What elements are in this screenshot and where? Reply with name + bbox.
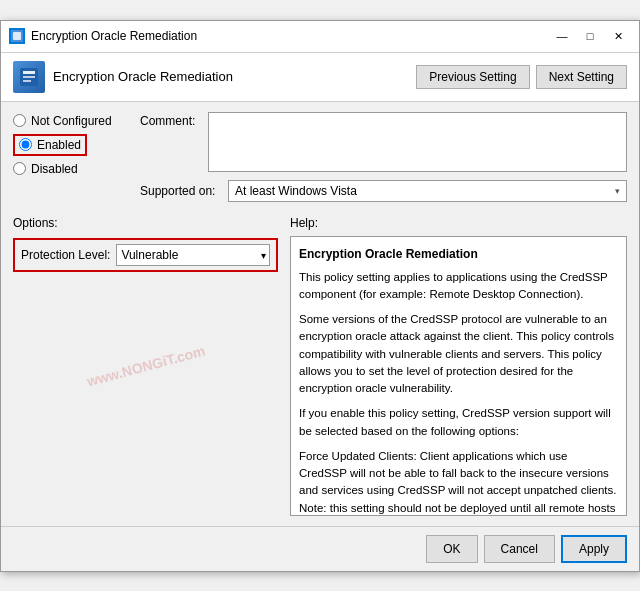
comment-label: Comment: — [140, 112, 200, 128]
supported-label: Supported on: — [140, 184, 220, 198]
watermark-text: www.NONGiT.com — [85, 342, 207, 389]
header-section: Encryption Oracle Remediation Previous S… — [1, 53, 639, 102]
not-configured-radio[interactable] — [13, 114, 26, 127]
right-panel: Comment: Supported on: At least Windows … — [140, 112, 627, 202]
left-panel: Not Configured Enabled Disabled — [13, 112, 128, 202]
help-para-3: If you enable this policy setting, CredS… — [299, 405, 618, 440]
comment-section: Comment: — [140, 112, 627, 172]
enabled-label: Enabled — [37, 138, 81, 152]
next-setting-button[interactable]: Next Setting — [536, 65, 627, 89]
protection-level-select[interactable]: Force Updated Clients Mitigated Vulnerab… — [116, 244, 270, 266]
options-title: Options: — [13, 216, 278, 230]
radio-group: Not Configured Enabled Disabled — [13, 114, 128, 176]
header-title: Encryption Oracle Remediation — [53, 69, 233, 84]
svg-rect-1 — [13, 32, 21, 40]
ok-button[interactable]: OK — [426, 535, 477, 563]
help-para-2: Some versions of the CredSSP protocol ar… — [299, 311, 618, 397]
cancel-button[interactable]: Cancel — [484, 535, 555, 563]
help-panel: Help: Encryption Oracle Remediation This… — [290, 216, 627, 516]
window-title: Encryption Oracle Remediation — [31, 29, 549, 43]
main-content: Not Configured Enabled Disabled Comment: — [1, 102, 639, 212]
enabled-option[interactable]: Enabled — [13, 134, 128, 156]
previous-setting-button[interactable]: Previous Setting — [416, 65, 529, 89]
header-buttons: Previous Setting Next Setting — [416, 65, 627, 89]
apply-button[interactable]: Apply — [561, 535, 627, 563]
protection-select-wrapper[interactable]: Force Updated Clients Mitigated Vulnerab… — [116, 244, 270, 266]
protection-level-row: Protection Level: Force Updated Clients … — [13, 238, 278, 272]
footer: OK Cancel Apply — [1, 526, 639, 571]
lower-area: Options: Protection Level: Force Updated… — [1, 216, 639, 526]
not-configured-label: Not Configured — [31, 114, 112, 128]
help-para-4: Force Updated Clients: Client applicatio… — [299, 448, 618, 516]
window-controls: — □ ✕ — [549, 26, 631, 46]
svg-rect-5 — [23, 80, 31, 82]
help-title: Help: — [290, 216, 627, 230]
help-para-1: This policy setting applies to applicati… — [299, 269, 618, 304]
supported-value-box: At least Windows Vista ▾ — [228, 180, 627, 202]
maximize-button[interactable]: □ — [577, 26, 603, 46]
protection-level-label: Protection Level: — [21, 248, 110, 262]
policy-icon — [13, 61, 45, 93]
window-icon — [9, 28, 25, 44]
not-configured-option[interactable]: Not Configured — [13, 114, 128, 128]
header-left: Encryption Oracle Remediation — [13, 61, 233, 93]
disabled-label: Disabled — [31, 162, 78, 176]
disabled-option[interactable]: Disabled — [13, 162, 128, 176]
close-button[interactable]: ✕ — [605, 26, 631, 46]
minimize-button[interactable]: — — [549, 26, 575, 46]
options-panel: Options: Protection Level: Force Updated… — [13, 216, 278, 516]
main-window: Encryption Oracle Remediation — □ ✕ Encr… — [0, 20, 640, 572]
enabled-radio[interactable] — [19, 138, 32, 151]
svg-rect-4 — [23, 76, 35, 78]
supported-value: At least Windows Vista — [235, 184, 357, 198]
supported-dropdown-arrow: ▾ — [615, 186, 620, 196]
title-bar: Encryption Oracle Remediation — □ ✕ — [1, 21, 639, 53]
help-heading: Encryption Oracle Remediation — [299, 245, 618, 263]
enabled-box: Enabled — [13, 134, 87, 156]
comment-textarea[interactable] — [208, 112, 627, 172]
help-content[interactable]: Encryption Oracle Remediation This polic… — [290, 236, 627, 516]
svg-rect-3 — [23, 71, 35, 74]
disabled-radio[interactable] — [13, 162, 26, 175]
supported-section: Supported on: At least Windows Vista ▾ — [140, 180, 627, 202]
